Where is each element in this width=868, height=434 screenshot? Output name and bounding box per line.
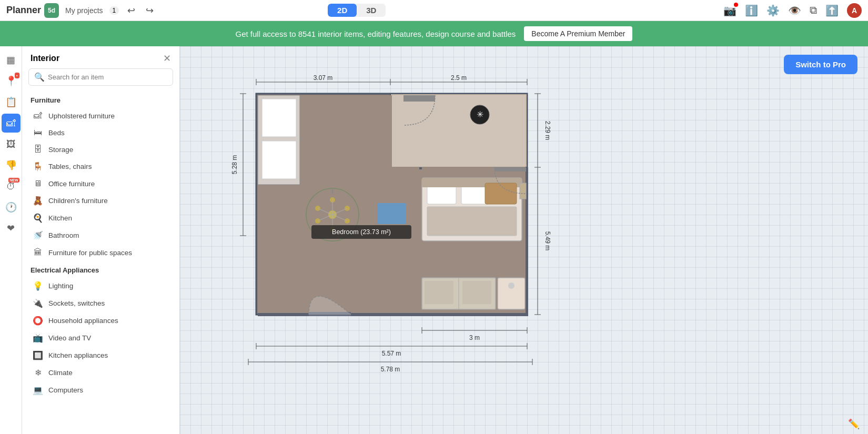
room-svg: 3.07 m 2.5 m 5.28 m 2.29 m 5.49 m: [227, 73, 553, 404]
list-item-sockets[interactable]: 🔌 Sockets, switches: [28, 295, 173, 312]
top-right-icons: 📷 ℹ️ ⚙️ 👁️ ⧉ ⬆️ A: [723, 3, 862, 18]
list-item-lighting[interactable]: 💡 Lighting: [28, 277, 173, 295]
electrical-section-title: Electrical Appliances: [28, 266, 173, 274]
children-icon: 🧸: [33, 196, 43, 206]
catalog-icon-button[interactable]: 📋: [2, 93, 21, 112]
list-item-video[interactable]: 📺 Video and TV: [28, 329, 173, 347]
svg-rect-37: [262, 141, 296, 179]
kitchen-appliances-icon: 🔲: [33, 350, 43, 360]
svg-rect-38: [403, 95, 435, 102]
main-content: ▦ 📍• 📋 🛋 🖼 👎 ⏱NEW 🕐 ❤ Interior ✕ 🔍 Furni…: [0, 46, 868, 434]
list-item-computers[interactable]: 💻 Computers: [28, 381, 173, 399]
svg-text:✳: ✳: [477, 110, 483, 119]
children-label: Children's furniture: [48, 197, 108, 205]
history-icon-button[interactable]: 🕐: [2, 198, 21, 217]
redo-button[interactable]: ↪: [144, 3, 156, 18]
avatar[interactable]: A: [847, 3, 862, 18]
bathroom-label: Bathroom: [48, 231, 79, 239]
floor-plan-icon-button[interactable]: ▦: [2, 51, 21, 69]
office-label: Office furniture: [48, 180, 95, 188]
list-item-upholstered[interactable]: 🛋 Upholstered furniture: [28, 107, 173, 124]
topbar: Planner 5d My projects 1 ↩ ↪ 2D 3D 📷 ℹ️ …: [0, 0, 868, 21]
map-icon-button[interactable]: 📍•: [2, 72, 21, 90]
list-item-storage[interactable]: 🗄 Storage: [28, 141, 173, 158]
view-2d-button[interactable]: 2D: [328, 4, 357, 17]
storage-icon: 🗄: [33, 145, 43, 154]
list-item-kitchen[interactable]: 🍳 Kitchen: [28, 209, 173, 227]
storage-label: Storage: [48, 146, 73, 154]
beds-icon: 🛏: [33, 128, 43, 137]
panel-header: Interior ✕: [22, 46, 179, 68]
office-icon: 🖥: [33, 179, 43, 188]
canvas-area[interactable]: Switch to Pro 3.07 m 2.5 m 5.28 m: [180, 46, 868, 434]
heart-icon-button[interactable]: ❤: [2, 219, 21, 238]
tables-label: Tables, chairs: [48, 163, 92, 170]
climate-label: Climate: [48, 369, 73, 377]
kitchen-appliances-label: Kitchen appliances: [48, 351, 108, 359]
household-icon: ⭕: [33, 316, 43, 326]
list-item-kitchen-appliances[interactable]: 🔲 Kitchen appliances: [28, 347, 173, 364]
list-item-climate[interactable]: ❄ Climate: [28, 364, 173, 381]
panel-list: Furniture 🛋 Upholstered furniture 🛏 Beds…: [22, 91, 179, 434]
upholstered-label: Upholstered furniture: [48, 112, 115, 120]
svg-rect-40: [258, 313, 528, 316]
lighting-label: Lighting: [48, 282, 73, 290]
undo-button[interactable]: ↩: [125, 3, 137, 18]
svg-rect-41: [419, 167, 422, 169]
video-icon: 📺: [33, 333, 43, 343]
search-icon: 🔍: [34, 72, 45, 82]
interior-icon-button[interactable]: 🛋: [2, 114, 21, 133]
sockets-icon: 🔌: [33, 298, 43, 308]
interior-panel: Interior ✕ 🔍 Furniture 🛋 Upholstered fur…: [22, 46, 180, 434]
list-item-children[interactable]: 🧸 Children's furniture: [28, 192, 173, 209]
panel-close-button[interactable]: ✕: [163, 53, 171, 64]
switch-to-pro-button[interactable]: Switch to Pro: [784, 55, 857, 74]
layers-icon[interactable]: ⧉: [810, 4, 817, 16]
my-projects-link[interactable]: My projects: [65, 6, 103, 15]
svg-rect-66: [520, 183, 526, 199]
left-sidebar-icons: ▦ 📍• 📋 🛋 🖼 👎 ⏱NEW 🕐 ❤: [0, 46, 22, 434]
list-item-office[interactable]: 🖥 Office furniture: [28, 175, 173, 192]
banner-text: Get full access to 8541 interior items, …: [236, 29, 516, 38]
svg-rect-63: [377, 203, 406, 224]
svg-rect-74: [494, 167, 526, 171]
list-item-bathroom[interactable]: 🚿 Bathroom: [28, 227, 173, 244]
edit-icon[interactable]: ✏️: [848, 418, 860, 430]
panel-title: Interior: [31, 54, 59, 63]
new-icon-button[interactable]: ⏱NEW: [2, 177, 21, 196]
list-item-public[interactable]: 🏛 Furniture for public spaces: [28, 244, 173, 261]
floorplan[interactable]: 3.07 m 2.5 m 5.28 m 2.29 m 5.49 m: [227, 73, 553, 399]
svg-rect-36: [262, 99, 296, 137]
furniture-section-title: Furniture: [28, 96, 173, 104]
svg-text:5.78 m: 5.78 m: [381, 366, 400, 373]
svg-text:2.5 m: 2.5 m: [451, 74, 467, 82]
svg-text:2.29 m: 2.29 m: [544, 121, 551, 140]
svg-rect-47: [485, 183, 517, 204]
kitchen-icon: 🍳: [33, 213, 43, 223]
public-icon: 🏛: [33, 248, 43, 257]
share-icon[interactable]: ⬆️: [825, 4, 839, 17]
public-label: Furniture for public spaces: [48, 249, 132, 257]
list-item-beds[interactable]: 🛏 Beds: [28, 124, 173, 141]
sockets-label: Sockets, switches: [48, 299, 105, 307]
info-icon[interactable]: ℹ️: [745, 4, 758, 17]
list-item-household[interactable]: ⭕ Household appliances: [28, 312, 173, 329]
climate-icon: ❄: [33, 368, 43, 378]
svg-rect-69: [425, 281, 453, 304]
svg-rect-34: [392, 95, 526, 167]
svg-text:5.49 m: 5.49 m: [544, 231, 551, 251]
svg-text:3 m: 3 m: [469, 334, 480, 341]
photo-icon-button[interactable]: 🖼: [2, 135, 21, 154]
search-input[interactable]: [48, 73, 167, 81]
app-logo[interactable]: Planner 5d: [6, 3, 59, 18]
camera-icon[interactable]: 📷: [723, 4, 736, 17]
svg-text:5.28 m: 5.28 m: [231, 155, 238, 175]
premium-cta-button[interactable]: Become A Premium Member: [524, 26, 632, 41]
dislike-icon-button[interactable]: 👎: [2, 156, 21, 175]
view-3d-button[interactable]: 3D: [357, 4, 386, 17]
svg-text:5.57 m: 5.57 m: [382, 350, 401, 357]
view-mode-icon[interactable]: 👁️: [788, 4, 801, 17]
svg-text:3.07 m: 3.07 m: [314, 74, 333, 82]
list-item-tables[interactable]: 🪑 Tables, chairs: [28, 158, 173, 175]
settings-icon[interactable]: ⚙️: [766, 4, 780, 17]
